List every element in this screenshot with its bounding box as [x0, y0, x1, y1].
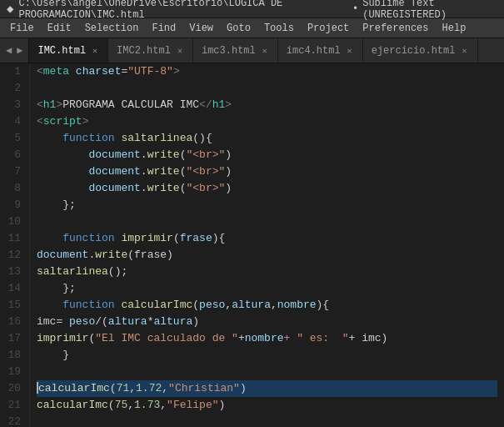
menu-project[interactable]: Project — [301, 20, 356, 37]
tab-ejercicio-html[interactable]: ejercicio.html ✕ — [363, 38, 478, 63]
menu-selection[interactable]: Selection — [78, 20, 146, 37]
tab-imc4-html-close[interactable]: ✕ — [346, 45, 354, 57]
line-num-8: 8 — [7, 180, 21, 197]
line-num-5: 5 — [7, 130, 21, 147]
code-line-2 — [37, 80, 497, 97]
tab-imc-html-label: IMC.html — [37, 45, 86, 57]
code-line-16: imc= peso/(altura*altura) — [37, 314, 497, 330]
line-num-3: 3 — [7, 97, 21, 113]
menu-help[interactable]: Help — [436, 20, 473, 37]
code-line-18: } — [37, 347, 497, 364]
code-line-5: function saltarlinea(){ — [37, 130, 497, 147]
menu-tools[interactable]: Tools — [257, 20, 301, 37]
line-num-22: 22 — [7, 414, 21, 427]
tab-imc2-html-close[interactable]: ✕ — [176, 45, 184, 57]
code-line-17: imprimir("El IMC calculado de "+nombre+ … — [37, 330, 497, 347]
tab-imc2-html[interactable]: IMC2.html ✕ — [108, 38, 193, 63]
line-num-15: 15 — [7, 297, 21, 314]
tab-imc4-html[interactable]: imc4.html ✕ — [278, 38, 363, 63]
line-num-11: 11 — [7, 230, 21, 247]
menu-find[interactable]: Find — [145, 20, 182, 37]
code-line-4: <script> — [37, 113, 497, 130]
tab-ejercicio-html-close[interactable]: ✕ — [460, 45, 468, 57]
code-content[interactable]: <meta charset="UTF-8"> <h1>PROGRAMA CALC… — [30, 63, 504, 427]
line-num-10: 10 — [7, 214, 21, 230]
line-num-4: 4 — [7, 113, 21, 130]
code-line-8: document.write("<br>") — [37, 180, 497, 197]
line-num-12: 12 — [7, 247, 21, 264]
nav-arrows: ◀ ▶ — [0, 38, 29, 63]
code-line-21: calcularImc(75,1.73,"Felipe") — [37, 397, 497, 414]
line-num-17: 17 — [7, 330, 21, 347]
menu-view[interactable]: View — [182, 20, 220, 37]
code-line-1: <meta charset="UTF-8"> — [37, 63, 497, 80]
code-line-11: function imprimir(frase){ — [37, 230, 497, 247]
code-line-15: function calcularImc(peso,altura,nombre)… — [37, 297, 497, 314]
line-numbers: 1 2 3 4 5 6 7 8 9 10 11 12 13 14 15 16 1… — [0, 63, 30, 427]
line-num-1: 1 — [7, 63, 21, 80]
code-line-20: calcularImc(71,1.72,"Christian") — [37, 380, 497, 397]
nav-next-icon[interactable]: ▶ — [14, 43, 25, 58]
code-line-13: saltarlinea(); — [37, 264, 497, 280]
line-num-7: 7 — [7, 163, 21, 180]
tab-imc-html[interactable]: IMC.html ✕ — [29, 38, 108, 63]
code-line-3: <h1>PROGRAMA CALCULAR IMC</h1> — [37, 97, 497, 113]
nav-prev-icon[interactable]: ◀ — [3, 43, 14, 58]
tab-imc-html-close[interactable]: ✕ — [91, 45, 99, 57]
menu-goto[interactable]: Goto — [220, 20, 257, 37]
tab-imc3-html[interactable]: imc3.html ✕ — [193, 38, 278, 63]
line-num-6: 6 — [7, 147, 21, 163]
menu-bar: File Edit Selection Find View Goto Tools… — [0, 18, 504, 38]
code-line-7: document.write("<br>") — [37, 163, 497, 180]
line-num-21: 21 — [7, 397, 21, 414]
line-num-9: 9 — [7, 197, 21, 214]
editor: 1 2 3 4 5 6 7 8 9 10 11 12 13 14 15 16 1… — [0, 63, 504, 427]
code-line-22 — [37, 414, 497, 427]
tab-imc2-html-label: IMC2.html — [117, 45, 171, 57]
tab-imc3-html-close[interactable]: ✕ — [261, 45, 269, 57]
line-num-2: 2 — [7, 80, 21, 97]
code-line-12: document.write(frase) — [37, 247, 497, 264]
line-num-20: 20 — [7, 380, 21, 397]
app-icon: ◆ — [7, 2, 13, 16]
menu-edit[interactable]: Edit — [41, 20, 78, 37]
line-num-14: 14 — [7, 280, 21, 297]
code-line-10 — [37, 214, 497, 230]
title-path: C:\Users\angel\OneDrive\Escritorio\LOGIC… — [18, 0, 348, 21]
menu-file[interactable]: File — [3, 20, 41, 37]
tab-imc4-html-label: imc4.html — [287, 45, 341, 57]
line-num-19: 19 — [7, 364, 21, 380]
title-bar: ◆ C:\Users\angel\OneDrive\Escritorio\LOG… — [0, 0, 504, 18]
tab-ejercicio-html-label: ejercicio.html — [372, 45, 456, 57]
code-line-6: document.write("<br>") — [37, 147, 497, 163]
app-name: Sublime Text (UNREGISTERED) — [362, 0, 497, 21]
menu-preferences[interactable]: Preferences — [356, 20, 435, 37]
line-num-18: 18 — [7, 347, 21, 364]
tabs-bar: ◀ ▶ IMC.html ✕ IMC2.html ✕ imc3.html ✕ i… — [0, 38, 504, 63]
code-line-14: }; — [37, 280, 497, 297]
tab-imc3-html-label: imc3.html — [202, 45, 256, 57]
title-separator: • — [352, 3, 358, 15]
line-num-16: 16 — [7, 314, 21, 330]
line-num-13: 13 — [7, 264, 21, 280]
code-line-19 — [37, 364, 497, 380]
code-line-9: }; — [37, 197, 497, 214]
